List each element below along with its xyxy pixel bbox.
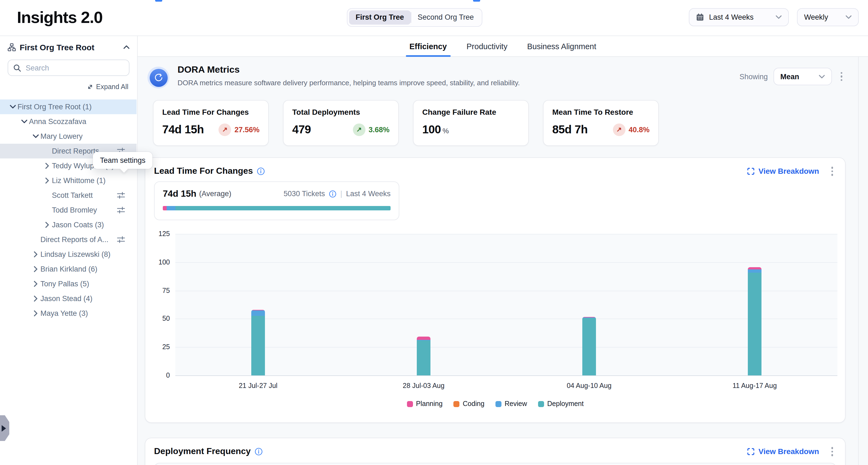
legend-label: Coding <box>463 400 484 408</box>
metric-card-unit: % <box>442 127 449 135</box>
chevron-right-icon[interactable] <box>31 249 40 259</box>
legend-item-planning[interactable]: Planning <box>407 400 442 408</box>
metric-delta-value: 3.68% <box>368 125 390 133</box>
deployment-frequency-section: Deployment Frequency View Breakdown <box>145 438 846 465</box>
plot-area <box>175 234 837 375</box>
tree-item[interactable]: Scott Tarkett <box>0 188 136 203</box>
chevron-right-icon[interactable] <box>31 279 40 289</box>
tree-item[interactable]: Brian Kirkland (6) <box>0 262 136 277</box>
tree-item[interactable]: Tony Pallas (5) <box>0 277 136 291</box>
org-toggle-second[interactable]: Second Org Tree <box>411 10 480 25</box>
legend-item-coding[interactable]: Coding <box>454 400 484 408</box>
active-tab-underline <box>406 55 451 57</box>
chevron-down-icon[interactable] <box>8 102 18 112</box>
metric-card-total-deployments: Total Deployments479↗3.68% <box>283 100 399 146</box>
legend-label: Review <box>505 400 527 408</box>
app-header: Insights 2.0 First Org Tree Second Org T… <box>0 0 868 35</box>
legend-item-deployment[interactable]: Deployment <box>538 400 584 408</box>
chevron-right-icon[interactable] <box>42 176 52 186</box>
bar-11-aug-17-aug[interactable] <box>748 267 762 375</box>
view-breakdown-button[interactable]: View Breakdown <box>748 447 819 456</box>
chevron-right-icon[interactable] <box>31 294 40 304</box>
org-toggle-first[interactable]: First Org Tree <box>349 10 410 25</box>
tab-productivity[interactable]: Productivity <box>466 36 507 56</box>
granularity-select[interactable]: Weekly <box>797 8 859 26</box>
metric-delta-value: 27.56% <box>234 125 259 133</box>
chevron-down-icon[interactable] <box>31 131 40 141</box>
dora-kebab-menu[interactable] <box>837 71 846 82</box>
search-input[interactable]: Search <box>8 60 129 76</box>
chevron-right-icon[interactable] <box>42 220 52 230</box>
dora-metrics-header: DORA Metrics DORA metrics measure softwa… <box>145 63 846 93</box>
expand-all-button[interactable]: Expand All <box>0 83 128 91</box>
gridline <box>175 375 837 376</box>
x-axis-label: 21 Jul-27 Jul <box>220 382 296 390</box>
scrollbar-gutter <box>858 56 859 465</box>
chevron-down-icon[interactable] <box>19 117 29 126</box>
org-tree: First Org Tree Root (1)Anna ScozzafavaMa… <box>0 99 136 321</box>
legend-swatch <box>454 401 459 407</box>
tab-business-alignment[interactable]: Business Alignment <box>527 36 596 56</box>
sidebar-title: First Org Tree Root <box>20 42 120 52</box>
org-tree-toggle[interactable]: First Org Tree Second Org Tree <box>347 8 483 27</box>
search-icon <box>13 64 21 72</box>
y-axis-tick: 0 <box>147 372 170 379</box>
gridline <box>175 290 837 291</box>
expand-corners-icon <box>748 448 755 455</box>
info-icon[interactable] <box>254 447 263 456</box>
bar-segment-deployment <box>417 340 430 375</box>
tree-item-label: Maya Yette (3) <box>40 309 88 317</box>
app-window: Insights 2.0 First Org Tree Second Org T… <box>0 0 868 465</box>
tree-item-label: Lindsay Liszewski (8) <box>40 250 111 258</box>
tree-item-label: Liz Whittome (1) <box>52 177 106 185</box>
dora-title: DORA Metrics <box>178 64 240 75</box>
bar-21-jul-27-jul[interactable] <box>251 310 265 375</box>
y-axis-tick: 50 <box>147 315 170 323</box>
legend-item-review[interactable]: Review <box>495 400 527 408</box>
tree-item-label: First Org Tree Root (1) <box>18 103 92 111</box>
team-settings-icon[interactable] <box>117 206 125 214</box>
gridline <box>175 234 837 235</box>
chevron-right-icon[interactable] <box>31 264 40 274</box>
tree-item[interactable]: Lindsay Liszewski (8) <box>0 247 136 262</box>
team-settings-tooltip: Team settings <box>93 152 153 169</box>
tree-item[interactable]: First Org Tree Root (1) <box>0 99 136 114</box>
tree-item[interactable]: Liz Whittome (1) <box>0 173 136 188</box>
chevron-right-icon[interactable] <box>42 161 52 171</box>
chevron-spacer <box>42 190 52 200</box>
tree-item[interactable]: Todd Bromley <box>0 203 136 217</box>
tree-item-label: Tony Pallas (5) <box>40 280 89 288</box>
chevron-right-icon[interactable] <box>31 308 40 318</box>
tree-item-label: Direct Reports of A... <box>40 236 108 244</box>
tab-efficiency[interactable]: Efficiency <box>409 36 447 56</box>
metric-delta-badge: ↗40.8% <box>613 123 650 136</box>
tab-bar: EfficiencyProductivityBusiness Alignment <box>138 36 868 57</box>
legend-swatch <box>538 401 544 407</box>
metric-card-mean-time-to-restore: Mean Time To Restore85d 7h↗40.8% <box>543 100 659 146</box>
tree-item[interactable]: Jason Coats (3) <box>0 217 136 232</box>
bar-segment-deployment <box>748 273 762 375</box>
metric-card-lead-time-for-changes: Lead Time For Changes74d 15h↗27.56% <box>153 100 269 146</box>
tree-item[interactable]: Anna Scozzafava <box>0 114 136 129</box>
period-select[interactable]: Last 4 Weeks <box>689 8 789 26</box>
x-axis-label: 28 Jul-03 Aug <box>385 382 462 390</box>
showing-mean-select[interactable]: Mean <box>773 68 832 85</box>
org-tree-sidebar: First Org Tree Root Search Expand All Fi… <box>0 35 138 465</box>
lead-time-section: Lead Time For Changes View Breakdown 74d… <box>145 157 846 423</box>
trend-up-arrow-icon: ↗ <box>352 123 365 136</box>
toggle-divider <box>410 12 411 23</box>
tree-item[interactable]: Jason Stead (4) <box>0 291 136 306</box>
tree-item[interactable]: Mary Lowery <box>0 129 136 144</box>
clipped-top-fragment <box>473 0 480 2</box>
team-settings-icon[interactable] <box>117 236 125 244</box>
bar-28-jul-03-aug[interactable] <box>417 336 430 375</box>
chevron-down-icon <box>776 15 782 19</box>
bar-04-aug-10-aug[interactable] <box>582 317 596 375</box>
team-settings-icon[interactable] <box>117 191 125 199</box>
bar-segment-review <box>748 270 762 273</box>
y-axis-tick: 25 <box>147 343 170 351</box>
deployment-kebab-menu[interactable] <box>828 446 836 457</box>
tree-item[interactable]: Maya Yette (3) <box>0 306 136 321</box>
tree-item[interactable]: Direct Reports of A... <box>0 232 136 247</box>
collapse-sidebar-chevron-up-icon[interactable] <box>123 45 129 49</box>
